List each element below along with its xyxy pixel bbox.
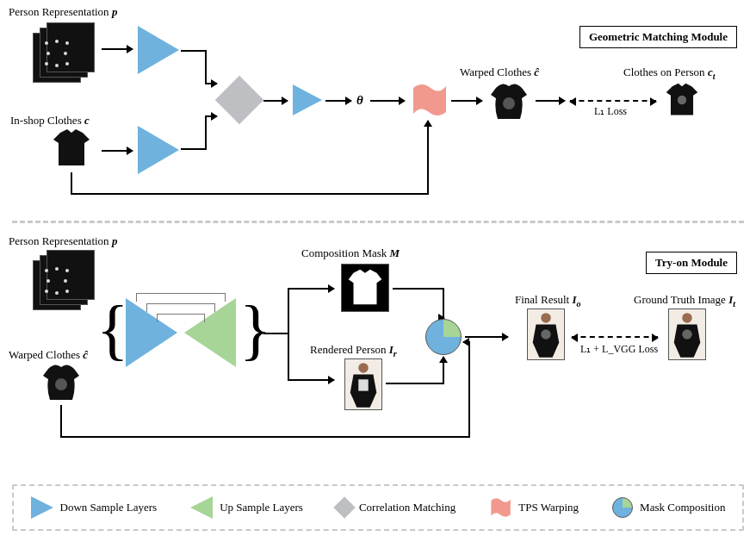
loss-dash-icon: [572, 336, 658, 338]
person-rep-stack-icon: [33, 22, 93, 83]
tom-title: Try-on Module: [655, 256, 728, 269]
line: [205, 50, 207, 84]
label-warped-clothes-2: Warped Clothes ĉ: [9, 348, 88, 362]
line: [427, 122, 429, 195]
label-final-result: Final Result Io: [515, 293, 581, 309]
label-l1-loss: L₁ Loss: [594, 105, 627, 118]
svg-point-2: [55, 378, 67, 390]
legend-item-mask: Mask Composition: [612, 497, 725, 518]
label-ground-truth: Ground Truth Image It: [634, 293, 735, 309]
arrow-icon: [325, 100, 351, 102]
label-person-rep: Person Representation p: [9, 5, 117, 19]
down-sample-icon: [31, 496, 53, 519]
legend-item-down: Down Sample Layers: [31, 496, 158, 519]
correlation-matching-icon: [333, 496, 355, 518]
svg-point-1: [678, 96, 686, 104]
label-clothes-on-person: Clothes on Person ct: [623, 65, 715, 81]
skip-connection-icon: [136, 293, 226, 302]
line: [393, 288, 444, 290]
legend-item-corr: Correlation Matching: [337, 500, 455, 515]
legend-item-tps: TPS Warping: [489, 496, 579, 519]
correlation-matching-icon: [215, 76, 264, 125]
arrow-up-icon: [427, 121, 429, 122]
line: [205, 115, 207, 150]
down-sample-icon: [293, 84, 322, 115]
tps-warping-icon: [489, 496, 511, 519]
arrow-icon: [205, 83, 217, 84]
legend-label: TPS Warping: [518, 501, 579, 514]
brace-icon: }: [239, 291, 271, 369]
line: [71, 193, 429, 195]
arrow-icon: [102, 48, 133, 50]
svg-point-8: [682, 329, 691, 339]
composition-mask-icon: [341, 264, 389, 312]
gmm-title-box: Geometric Matching Module: [579, 26, 737, 48]
person-rep-stack-icon: [33, 250, 93, 310]
legend-box: Down Sample Layers Up Sample Layers Corr…: [12, 484, 744, 531]
theta-symbol: θ: [356, 93, 363, 108]
label-warped-clothes: Warped Clothes ĉ: [460, 65, 539, 79]
line: [60, 436, 470, 438]
label-rendered-person: Rendered Person Ir: [310, 343, 397, 358]
final-result-icon: [527, 309, 565, 360]
inshop-clothes-icon: [52, 129, 91, 167]
brace-icon: {: [96, 291, 128, 369]
legend-label: Down Sample Layers: [60, 501, 158, 514]
line: [263, 333, 289, 334]
clothes-on-person-icon: [665, 83, 699, 117]
arrow-icon: [288, 288, 334, 290]
warped-clothes-icon: [41, 364, 81, 402]
arrow-icon: [205, 115, 217, 117]
warped-clothes-icon: [489, 83, 529, 121]
mask-composition-icon: [612, 497, 633, 518]
label-comp-mask: Composition Mask M: [301, 246, 400, 260]
arrow-icon: [536, 100, 565, 102]
svg-point-6: [541, 329, 550, 339]
line: [386, 383, 444, 384]
line: [468, 341, 470, 438]
down-sample-icon: [138, 126, 179, 174]
module-divider: [12, 221, 744, 223]
arrow-up-icon: [443, 357, 444, 358]
gmm-title: Geometric Matching Module: [589, 30, 728, 43]
legend-item-up: Up Sample Layers: [190, 496, 303, 519]
line: [60, 405, 62, 436]
svg-point-5: [541, 313, 550, 322]
label-inshop-clothes: In-shop Clothes c: [10, 114, 90, 128]
label-l1-vgg-loss: L₁ + L_VGG Loss: [580, 343, 658, 356]
svg-point-0: [503, 97, 515, 109]
svg-point-7: [682, 313, 691, 322]
svg-point-3: [358, 363, 368, 372]
svg-rect-4: [358, 379, 368, 390]
arrow-icon: [263, 100, 288, 102]
down-sample-icon: [138, 26, 179, 74]
legend-label: Correlation Matching: [359, 501, 455, 514]
line: [71, 172, 72, 193]
arrow-icon: [465, 336, 508, 338]
legend-label: Mask Composition: [640, 501, 725, 514]
line: [181, 50, 207, 52]
tom-title-box: Try-on Module: [646, 252, 737, 274]
rendered-person-icon: [344, 358, 382, 410]
skip-connection-icon: [157, 314, 205, 322]
up-sample-icon: [190, 496, 213, 519]
arrow-icon: [102, 150, 133, 152]
arrow-icon: [370, 100, 405, 102]
ground-truth-icon: [668, 309, 706, 360]
skip-connection-icon: [146, 303, 215, 312]
mask-composition-icon: [425, 319, 462, 355]
line: [181, 148, 207, 150]
line: [288, 288, 289, 381]
loss-dash-icon: [570, 100, 656, 102]
arrow-icon: [288, 379, 334, 381]
tps-warping-icon: [410, 81, 448, 119]
legend-label: Up Sample Layers: [220, 501, 303, 514]
label-person-rep-2: Person Representation p: [9, 234, 117, 248]
arrow-icon: [451, 100, 482, 102]
arrow-icon: [463, 341, 465, 343]
